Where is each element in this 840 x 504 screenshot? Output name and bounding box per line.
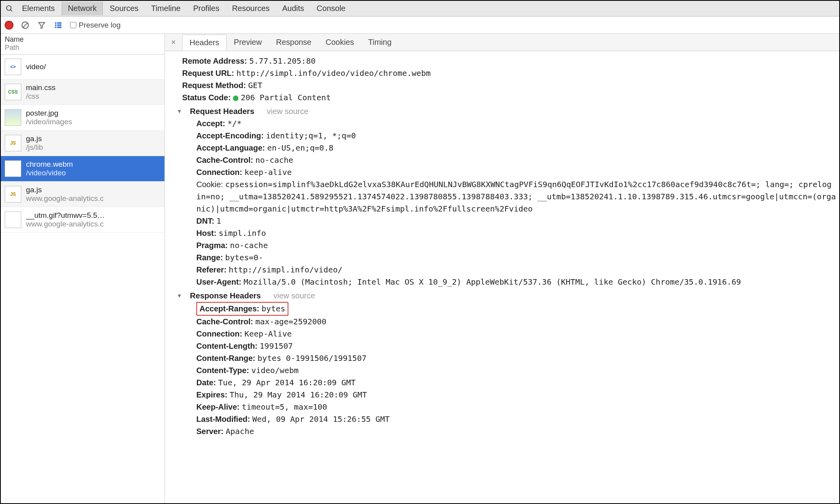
req-accept-language: Accept-Language: en-US,en;q=0.8 — [191, 142, 836, 154]
response-headers-block: Accept-Ranges: bytes Cache-Control: max-… — [177, 302, 836, 438]
req-referer: Referer: http://simpl.info/video/ — [191, 264, 836, 276]
req-dnt: DNT: 1 — [191, 215, 836, 227]
col-path: Path — [5, 44, 161, 52]
dtab-preview[interactable]: Preview — [227, 35, 269, 50]
svg-line-3 — [23, 23, 28, 27]
sidebar-list: <> video/ CSS main.css /css poster.jpg /… — [1, 55, 164, 503]
row-path: www.google-analytics.c — [26, 194, 103, 203]
devtools-top-tabs: Elements Network Sources Timeline Profil… — [1, 1, 839, 17]
network-toolbar: Preserve log — [1, 17, 839, 34]
record-button[interactable] — [5, 21, 13, 29]
row-name: main.css — [26, 83, 55, 92]
request-row-video[interactable]: <> video/ — [1, 55, 164, 79]
request-row-posterjpg[interactable]: poster.jpg /video/images — [1, 105, 164, 131]
tab-audits[interactable]: Audits — [277, 2, 310, 15]
req-user-agent: User-Agent: Mozilla/5.0 (Macintosh; Inte… — [191, 276, 836, 288]
req-range: Range: bytes=0- — [191, 252, 836, 264]
svg-rect-6 — [57, 22, 61, 24]
file-icon-generic — [5, 160, 21, 177]
file-icon-js: JS — [5, 186, 21, 202]
row-name: ga.js — [26, 186, 103, 194]
res-content-length: Content-Length: 1991507 — [191, 340, 836, 352]
preserve-log-input[interactable] — [70, 22, 76, 28]
clear-icon[interactable] — [20, 20, 30, 30]
tab-timeline[interactable]: Timeline — [146, 2, 186, 15]
preserve-log-label: Preserve log — [79, 21, 121, 29]
preserve-log-checkbox[interactable]: Preserve log — [70, 21, 121, 29]
disclosure-triangle-icon: ▼ — [177, 107, 182, 116]
tab-console[interactable]: Console — [311, 2, 351, 15]
request-row-gajs-local[interactable]: JS ga.js /js/lib — [1, 131, 164, 156]
row-name: ga.js — [26, 134, 43, 143]
section-request-headers[interactable]: ▼ Request Headers view source — [177, 105, 836, 118]
row-path: /video/video — [26, 169, 73, 177]
view-source-link[interactable]: view source — [273, 290, 315, 302]
tab-resources[interactable]: Resources — [227, 2, 275, 15]
svg-rect-7 — [55, 24, 57, 26]
section-title: Request Headers — [190, 105, 254, 118]
details-body: Remote Address: 5.77.51.205:80 Request U… — [165, 51, 839, 503]
req-accept-encoding: Accept-Encoding: identity;q=1, *;q=0 — [191, 130, 836, 142]
tab-elements[interactable]: Elements — [17, 2, 60, 15]
search-icon[interactable] — [4, 3, 15, 14]
row-name: __utm.gif?utmwv=5.5… — [26, 211, 105, 220]
row-path: www.google-analytics.c — [26, 220, 105, 228]
main-split: Name Path <> video/ CSS main.css /css — [1, 34, 839, 503]
sidebar-header: Name Path — [1, 34, 164, 55]
tab-network[interactable]: Network — [62, 2, 102, 15]
close-details-icon[interactable]: × — [170, 38, 182, 47]
section-title: Response Headers — [190, 290, 261, 302]
summary-request-url: Request URL: http://simpl.info/video/vid… — [177, 67, 836, 79]
file-icon-generic — [5, 212, 21, 228]
section-response-headers[interactable]: ▼ Response Headers view source — [177, 290, 836, 302]
summary-status-code: Status Code: 206 Partial Content — [177, 92, 836, 104]
req-host: Host: simpl.info — [191, 227, 836, 239]
request-row-chromewebm[interactable]: chrome.webm /video/video — [1, 156, 164, 182]
summary-remote-address: Remote Address: 5.77.51.205:80 — [177, 55, 836, 67]
filter-icon[interactable] — [37, 20, 46, 30]
svg-point-0 — [7, 6, 11, 10]
tab-profiles[interactable]: Profiles — [188, 2, 225, 15]
req-pragma: Pragma: no-cache — [191, 239, 836, 252]
res-cache-control: Cache-Control: max-age=2592000 — [191, 316, 836, 328]
request-headers-block: Accept: */* Accept-Encoding: identity;q=… — [177, 118, 836, 288]
res-connection: Connection: Keep-Alive — [191, 328, 836, 340]
file-icon-css: CSS — [5, 84, 21, 100]
row-name: chrome.webm — [26, 160, 73, 169]
disclosure-triangle-icon: ▼ — [177, 292, 182, 300]
res-content-type: Content-Type: video/webm — [191, 364, 836, 377]
res-date: Date: Tue, 29 Apr 2014 16:20:09 GMT — [191, 377, 836, 389]
status-dot-icon — [233, 96, 238, 101]
req-cache-control: Cache-Control: no-cache — [191, 154, 836, 166]
svg-rect-9 — [55, 26, 57, 28]
file-icon-html: <> — [5, 59, 21, 75]
svg-rect-5 — [55, 22, 57, 24]
req-accept: Accept: */* — [191, 118, 836, 130]
res-server: Server: Apache — [191, 425, 836, 438]
request-list-sidebar: Name Path <> video/ CSS main.css /css — [1, 34, 165, 503]
request-row-gajs-remote[interactable]: JS ga.js www.google-analytics.c — [1, 182, 164, 207]
res-expires: Expires: Thu, 29 May 2014 16:20:09 GMT — [191, 389, 836, 401]
details-pane: × Headers Preview Response Cookies Timin… — [165, 34, 839, 503]
dtab-timing[interactable]: Timing — [361, 35, 399, 50]
res-accept-ranges: Accept-Ranges: bytes — [191, 302, 836, 316]
view-toggle-icon[interactable] — [54, 20, 63, 30]
res-keep-alive: Keep-Alive: timeout=5, max=100 — [191, 401, 836, 413]
row-path: /css — [26, 92, 55, 101]
details-tabs: × Headers Preview Response Cookies Timin… — [165, 34, 839, 51]
row-path: /js/lib — [26, 143, 43, 152]
dtab-response[interactable]: Response — [269, 35, 318, 50]
file-icon-image — [5, 109, 21, 126]
dtab-headers[interactable]: Headers — [182, 35, 227, 51]
req-cookie: Cookie: cpsession=simplinf%3aeDkLdG2elvx… — [191, 178, 836, 215]
req-connection: Connection: keep-alive — [191, 166, 836, 178]
request-row-maincss[interactable]: CSS main.css /css — [1, 79, 164, 105]
request-row-utmgif[interactable]: __utm.gif?utmwv=5.5… www.google-analytic… — [1, 207, 164, 233]
col-name: Name — [5, 35, 161, 44]
row-name: poster.jpg — [26, 109, 72, 118]
dtab-cookies[interactable]: Cookies — [319, 35, 361, 50]
tab-sources[interactable]: Sources — [104, 2, 144, 15]
svg-line-1 — [11, 9, 12, 11]
view-source-link[interactable]: view source — [267, 105, 308, 118]
summary-request-method: Request Method: GET — [177, 79, 836, 92]
